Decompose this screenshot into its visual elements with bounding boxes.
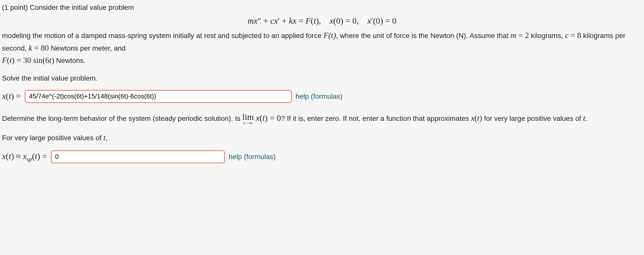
k-unit: Newtons per meter, and [49,44,126,52]
p2-period: . [585,115,587,122]
xt-label: x(t) = [2,90,21,103]
part1-instruction: Solve the initial value problem. [2,73,642,84]
Ft-symbol: F(t) [324,31,336,40]
description-post: , where the unit of force is the Newton … [336,32,511,40]
limit-body: x(t) = 0 [256,113,281,123]
description-pre: modeling the motion of a damped mass-spr… [2,32,324,40]
xt-answer-row: x(t) = help (formulas) [2,90,642,103]
xt-symbol: x(t) [471,114,482,123]
p2-post2: for very large positive values of [482,115,583,122]
F-unit: Newtons. [54,57,86,64]
xsp-answer-input[interactable] [51,151,225,163]
limit-expression: limt→∞ [243,113,254,125]
m-eq: m = 2 [511,31,529,40]
problem-statement: (1 point) Consider the initial value pro… [2,2,642,67]
help-formulas-link-2[interactable]: help (formulas) [229,151,276,162]
t-symbol-2: t [103,133,106,142]
help-formulas-link-1[interactable]: help (formulas) [296,91,343,102]
large-t-post: , [106,134,108,142]
xsp-label: x(t) ≈ xsp(t) = [2,150,47,164]
c-eq: c = 8 [565,31,581,40]
xsp-answer-row: x(t) ≈ xsp(t) = help (formulas) [2,150,642,164]
xt-answer-input[interactable] [25,90,292,103]
t-symbol: t [583,114,585,123]
part2-description: Determine the long-term behavior of the … [2,112,642,125]
F-eq: F(t) = 30 sin(6t) [2,56,54,65]
large-t-pre: For very large positive values of [2,134,103,142]
large-t-text: For very large positive values of t, [2,131,642,144]
k-eq: k = 80 [29,43,49,52]
main-equation: mx″ + cx′ + kx = F(t), x(0) = 0, x′(0) =… [2,14,642,28]
p2-pre: Determine the long-term behavior of the … [2,115,243,122]
points-intro: (1 point) Consider the initial value pro… [2,4,134,11]
p2-post: ? If it is, enter zero. If not, enter a … [281,115,471,122]
m-unit: kilograms, [529,32,565,40]
